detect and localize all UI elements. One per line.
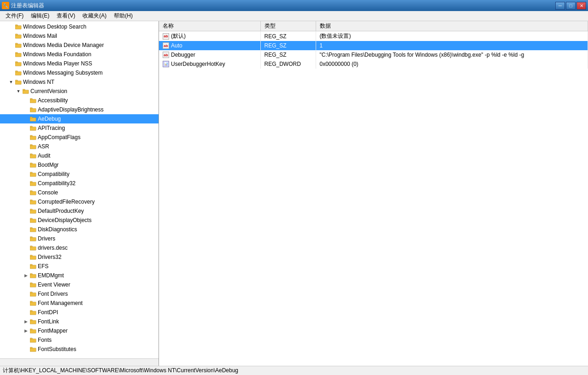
folder-icon (29, 263, 37, 270)
folder-icon (29, 336, 37, 344)
cell-data: 0x00000000 (0) (316, 59, 588, 69)
svg-rect-16 (30, 99, 36, 103)
tree-item-drivers-desc[interactable]: ▶ drivers.desc (0, 243, 159, 252)
tree-item-drivers[interactable]: ▶ Drivers (0, 234, 159, 243)
folder-icon (29, 161, 37, 169)
folder-icon (15, 69, 22, 76)
table-row[interactable]: 📊UserDebuggerHotKey REG_DWORD 0x00000000… (159, 59, 588, 69)
minimize-button[interactable]: ─ (555, 2, 565, 10)
tree-item-efs[interactable]: ▶ EFS (0, 262, 159, 271)
tree-item-event-viewer[interactable]: ▶ Event Viewer (0, 280, 159, 289)
expand-arrow-placeholder: ▶ (22, 180, 29, 187)
expand-arrow[interactable]: ▼ (15, 88, 22, 95)
tree-item-corrupted-file-recovery[interactable]: ▶ CorruptedFileRecovery (0, 197, 159, 206)
tree-item-fonts[interactable]: ▶ Fonts (0, 335, 159, 345)
tree-item-apitracing[interactable]: ▶ APITracing (0, 123, 159, 133)
tree-item-compatibility32[interactable]: ▶ Compatibility32 (0, 179, 159, 188)
expand-arrow[interactable]: ▶ (22, 318, 29, 325)
maximize-button[interactable]: □ (566, 2, 576, 10)
tree-item-accessibility[interactable]: ▶ Accessibility (0, 96, 159, 105)
table-row[interactable]: ab(默认) REG_SZ (数值未设置) (159, 31, 588, 41)
folder-icon (29, 290, 37, 298)
tree-item-audit[interactable]: ▶ Audit (0, 151, 159, 160)
tree-item-drivers32[interactable]: ▶ Drivers32 (0, 252, 159, 262)
svg-rect-23 (30, 126, 32, 128)
tree-item-label: EMDMgmt (38, 272, 64, 279)
tree-item-font-dpi[interactable]: ▶ FontDPI (0, 308, 159, 317)
tree-item-win-media-player[interactable]: ▶ Windows Media Player NSS (0, 59, 159, 68)
expand-arrow-placeholder: ▶ (22, 161, 29, 169)
svg-rect-32 (30, 173, 36, 176)
cell-name: abDebugger (159, 50, 260, 59)
tree-item-font-drivers[interactable]: ▶ Font Drivers (0, 289, 159, 299)
menu-edit[interactable]: 编辑(E) (27, 11, 53, 21)
tree-item-win-messaging[interactable]: ▶ Windows Messaging Subsystem (0, 68, 159, 77)
tree-item-appcompat-flags[interactable]: ▶ AppCompatFlags (0, 133, 159, 142)
folder-icon (29, 180, 37, 187)
expand-arrow-placeholder: ▶ (7, 32, 15, 40)
svg-rect-52 (30, 265, 36, 269)
tree-panel: ▶ Windows Desktop Search▶ Windows Mail▶ … (0, 21, 159, 366)
tree-item-label: Console (38, 189, 58, 196)
expand-arrow[interactable]: ▼ (7, 78, 15, 86)
tree-item-label: FontMapper (38, 328, 68, 334)
tree-content[interactable]: ▶ Windows Desktop Search▶ Windows Mail▶ … (0, 21, 159, 358)
tree-item-font-link[interactable]: ▶ FontLink (0, 317, 159, 326)
tree-item-console[interactable]: ▶ Console (0, 188, 159, 197)
tree-item-disk-diagnostics[interactable]: ▶ DiskDiagnostics (0, 225, 159, 234)
svg-rect-28 (30, 154, 36, 158)
tree-item-aedebug[interactable]: ▶ AeDebug (0, 114, 159, 123)
svg-rect-13 (15, 80, 18, 82)
tree-item-win-media-foundation[interactable]: ▶ Windows Media Foundation (0, 50, 159, 59)
expand-arrow[interactable]: ▶ (22, 272, 29, 279)
tree-item-label: Windows Media Player NSS (23, 60, 92, 67)
tree-item-emd-mgmt[interactable]: ▶ EMDMgmt (0, 271, 159, 280)
menu-view[interactable]: 查看(V) (53, 11, 79, 21)
menu-file[interactable]: 文件(F) (2, 11, 27, 21)
menu-favorites[interactable]: 收藏夹(A) (79, 11, 110, 21)
tree-item-font-management[interactable]: ▶ Font Management (0, 299, 159, 308)
svg-rect-47 (30, 237, 32, 238)
tree-item-font-substitutes[interactable]: ▶ FontSubstitutes (0, 345, 159, 354)
svg-rect-35 (30, 182, 32, 183)
table-row[interactable]: abDebugger REG_SZ "C:\Program Files\Debu… (159, 50, 588, 59)
tree-item-compatibility[interactable]: ▶ Compatibility (0, 170, 159, 179)
cell-data: "C:\Program Files\Debugging Tools for Wi… (316, 50, 588, 59)
tree-item-adaptive-display[interactable]: ▶ AdaptiveDisplayBrightness (0, 105, 159, 114)
folder-icon (29, 207, 37, 215)
svg-rect-19 (30, 108, 32, 109)
close-button[interactable]: ✕ (576, 2, 586, 10)
tree-item-win-desktop-search[interactable]: ▶ Windows Desktop Search (0, 22, 159, 31)
tree-item-label: EFS (38, 263, 48, 270)
svg-rect-4 (15, 44, 21, 47)
tree-item-win-media-device[interactable]: ▶ Windows Media Device Manager (0, 41, 159, 50)
tree-item-font-mapper[interactable]: ▶ FontMapper (0, 326, 159, 335)
reg-sz-icon: ab (163, 33, 169, 40)
svg-rect-69 (30, 338, 32, 340)
tree-item-win-mail[interactable]: ▶ Windows Mail (0, 31, 159, 41)
svg-rect-39 (30, 200, 32, 201)
table-row[interactable]: abAuto REG_SZ 1 (159, 41, 588, 50)
svg-rect-62 (30, 311, 36, 315)
svg-rect-0 (15, 25, 21, 29)
tree-item-bootmgr[interactable]: ▶ BootMgr (0, 160, 159, 170)
expand-arrow-placeholder: ▶ (22, 263, 29, 270)
expand-arrow[interactable]: ▶ (22, 327, 29, 334)
menu-help[interactable]: 帮助(H) (110, 11, 136, 21)
svg-rect-15 (23, 89, 25, 91)
folder-icon (29, 106, 37, 113)
tree-horizontal-scrollbar[interactable] (0, 358, 159, 366)
svg-rect-2 (15, 35, 21, 38)
folder-icon (29, 272, 37, 279)
tree-item-device-display-objects[interactable]: ▶ DeviceDisplayObjects (0, 216, 159, 225)
expand-arrow-placeholder: ▶ (22, 124, 29, 132)
tree-item-win-nt[interactable]: ▼ Windows NT (0, 77, 159, 87)
svg-rect-21 (30, 117, 32, 118)
tree-item-asr[interactable]: ▶ ASR (0, 142, 159, 151)
folder-icon (29, 115, 37, 123)
svg-rect-42 (30, 219, 36, 223)
tree-item-current-version[interactable]: ▼ CurrentVersion (0, 87, 159, 96)
expand-arrow-placeholder: ▶ (7, 60, 15, 67)
tree-item-default-product-key[interactable]: ▶ DefaultProductKey (0, 206, 159, 216)
folder-icon (15, 51, 22, 58)
